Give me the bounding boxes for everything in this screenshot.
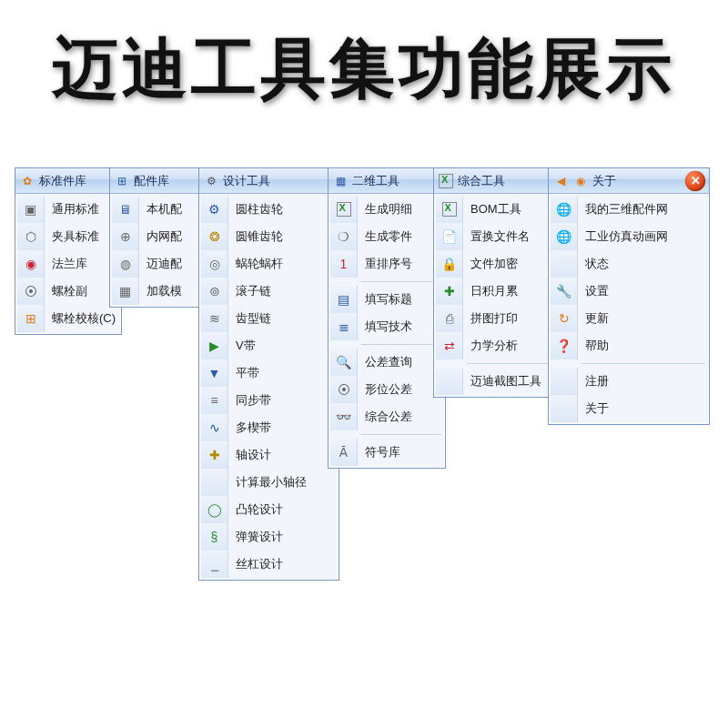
item-label: 平带 bbox=[236, 365, 259, 381]
menu-item[interactable]: ◍迈迪配 bbox=[112, 250, 208, 278]
bolt-icon: ⦿ bbox=[22, 282, 40, 300]
item-label: 生成零件 bbox=[365, 228, 412, 245]
menu-item[interactable]: ⊞螺栓校核(C) bbox=[17, 305, 119, 332]
rename-icon: 📄 bbox=[440, 228, 459, 246]
header-text: 标准件库 bbox=[39, 173, 86, 189]
menu-item[interactable]: §弹簧设计 bbox=[201, 523, 337, 551]
header-text: 关于 bbox=[592, 173, 616, 189]
menu-item[interactable]: ≡同步带 bbox=[201, 387, 337, 414]
separator bbox=[467, 363, 556, 364]
separator bbox=[361, 344, 441, 345]
menu-item[interactable]: ▼平带 bbox=[201, 359, 337, 387]
separator bbox=[361, 281, 441, 282]
chain2-icon: ≋ bbox=[206, 309, 224, 328]
menu-item[interactable]: 1重排序号 bbox=[330, 250, 443, 278]
blank-icon bbox=[440, 372, 459, 390]
check-icon: ⊞ bbox=[22, 309, 40, 328]
menu-item[interactable]: 🖥本机配 bbox=[112, 196, 208, 223]
menu-item[interactable]: 🔒文件加密 bbox=[436, 250, 558, 278]
mechanics-icon: ⇄ bbox=[440, 337, 459, 355]
panel-header-std: ✿ 标准件库 bbox=[15, 168, 121, 194]
item-label: 弹簧设计 bbox=[236, 529, 283, 545]
item-label: 圆锥齿轮 bbox=[236, 228, 283, 245]
gear1-icon: ⚙ bbox=[206, 200, 224, 218]
menu-item[interactable]: ⊚滚子链 bbox=[201, 278, 337, 305]
item-label: 螺栓副 bbox=[52, 283, 87, 299]
header-text: 二维工具 bbox=[352, 173, 399, 189]
number1-icon: 1 bbox=[335, 255, 353, 273]
panel-header-design: ⚙ 设计工具 bbox=[199, 168, 339, 194]
menu-item[interactable]: ⬡夹具标准 bbox=[17, 223, 119, 250]
menu-item[interactable]: ⇄力学分析 bbox=[436, 332, 558, 359]
menu-item[interactable]: ▣通用标准 bbox=[17, 196, 119, 223]
blank-icon bbox=[555, 399, 573, 418]
menu-item[interactable]: 生成明细 bbox=[330, 196, 443, 223]
item-label: 法兰库 bbox=[52, 256, 87, 272]
menu-item[interactable]: BOM工具 bbox=[436, 196, 558, 223]
menu-item[interactable]: 👓综合公差 bbox=[330, 403, 443, 430]
menu-item[interactable]: ✚轴设计 bbox=[201, 441, 337, 469]
menu-item[interactable]: ⊕内网配 bbox=[112, 223, 208, 250]
menu-item[interactable]: 📄置换文件名 bbox=[436, 223, 558, 250]
close-button[interactable]: ✕ bbox=[685, 171, 705, 191]
monitor-icon: 🖥 bbox=[116, 200, 135, 218]
wrench-icon: 🔧 bbox=[555, 282, 573, 300]
separator bbox=[581, 363, 705, 364]
item-label: 齿型链 bbox=[236, 310, 271, 327]
menu-item[interactable]: 🔍公差查询 bbox=[330, 349, 443, 376]
header-text: 设计工具 bbox=[223, 173, 270, 189]
menu-item[interactable]: ⦿形位公差 bbox=[330, 376, 443, 403]
menu-item[interactable]: ❓帮助 bbox=[551, 332, 707, 359]
flatbelt-icon: ▼ bbox=[206, 364, 224, 382]
menu-item[interactable]: 计算最小轴径 bbox=[201, 469, 337, 496]
calendar-icon: ✚ bbox=[440, 282, 459, 300]
menu-item[interactable]: ⚙圆柱齿轮 bbox=[201, 196, 337, 223]
item-label: 螺栓校核(C) bbox=[52, 310, 116, 327]
menu-item[interactable]: ≣填写技术 bbox=[330, 313, 443, 340]
info-icon: ◉ bbox=[572, 173, 589, 189]
geo-icon: ⦿ bbox=[335, 380, 353, 399]
menu-item[interactable]: 🌐工业仿真动画网 bbox=[551, 223, 707, 250]
menu-item[interactable]: 🔧设置 bbox=[551, 278, 707, 305]
menu-item[interactable]: ▦加载模 bbox=[112, 278, 208, 305]
search-icon: 🔍 bbox=[335, 353, 353, 371]
panel-std: ✿ 标准件库 ▣通用标准 ⬡夹具标准 ◉法兰库 ⦿螺栓副 ⊞螺栓校核(C) bbox=[15, 167, 122, 335]
excel-icon bbox=[335, 200, 353, 218]
gear2-icon: ❂ bbox=[206, 228, 224, 246]
menu-item[interactable]: ◎蜗轮蜗杆 bbox=[201, 250, 337, 278]
menu-item[interactable]: ≋齿型链 bbox=[201, 305, 337, 332]
menu-item[interactable]: 状态 bbox=[551, 250, 707, 278]
blank-icon bbox=[555, 255, 573, 273]
tech-icon: ≣ bbox=[335, 318, 353, 336]
menu-item[interactable]: ▶V带 bbox=[201, 332, 337, 359]
item-label: 蜗轮蜗杆 bbox=[236, 256, 283, 272]
menu-item[interactable]: ∿多楔带 bbox=[201, 414, 337, 441]
menu-item[interactable]: ◉法兰库 bbox=[17, 250, 119, 278]
panel-header-about: ◀ ◉ 关于 ✕ bbox=[549, 168, 709, 194]
menu-item[interactable]: 注册 bbox=[551, 368, 707, 395]
menu-item[interactable]: 🌐我的三维配件网 bbox=[551, 196, 707, 223]
screw-icon: ⎯ bbox=[206, 555, 224, 573]
menu-item[interactable]: ⦿螺栓副 bbox=[17, 278, 119, 305]
menu-item[interactable]: ❂圆锥齿轮 bbox=[201, 223, 337, 250]
item-label: 通用标准 bbox=[52, 201, 99, 217]
item-label: 我的三维配件网 bbox=[585, 201, 668, 217]
multibelt-icon: ∿ bbox=[206, 419, 224, 437]
menu-item[interactable]: 关于 bbox=[551, 395, 707, 422]
part-icon: ❍ bbox=[335, 228, 353, 246]
menu-item[interactable]: ▤填写标题 bbox=[330, 286, 443, 313]
menu-item[interactable]: ❍生成零件 bbox=[330, 223, 443, 250]
menu-item[interactable]: ⎙拼图打印 bbox=[436, 305, 558, 332]
menu-item[interactable]: ◯凸轮设计 bbox=[201, 496, 337, 523]
title-icon: ▤ bbox=[335, 290, 353, 308]
menu-item[interactable]: ↻更新 bbox=[551, 305, 707, 332]
menu-item[interactable]: ✚日积月累 bbox=[436, 278, 558, 305]
item-label: 综合公差 bbox=[365, 409, 412, 425]
item-label: 更新 bbox=[585, 310, 609, 327]
vbelt-icon: ▶ bbox=[206, 337, 224, 355]
chevron-left-icon[interactable]: ◀ bbox=[552, 173, 569, 189]
menu-item[interactable]: 迈迪截图工具 bbox=[436, 368, 558, 395]
menu-item[interactable]: Ā符号库 bbox=[330, 439, 443, 466]
item-label: 丝杠设计 bbox=[236, 556, 283, 572]
menu-item[interactable]: ⎯丝杠设计 bbox=[201, 551, 337, 578]
